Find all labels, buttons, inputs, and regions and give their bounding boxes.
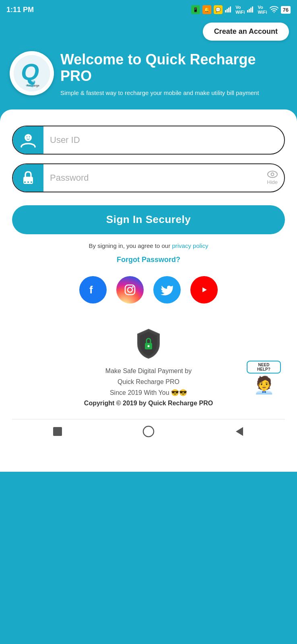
lock-icon: [13, 163, 43, 192]
svg-rect-5: [249, 9, 250, 12]
svg-rect-21: [31, 182, 32, 183]
footer-line1: Make Safe Digital Payment by: [24, 365, 273, 376]
top-action-area: Create an Account: [0, 19, 297, 47]
privacy-policy-link[interactable]: privacy policy: [172, 242, 208, 249]
svg-rect-1: [227, 9, 228, 12]
svg-text:f: f: [89, 284, 93, 296]
app-logo: Q uick Recharge: [10, 51, 54, 95]
footer-copyright: Copyright © 2019 by Quick Recharge PRO: [24, 400, 273, 407]
svg-point-8: [273, 12, 274, 12]
signal-icon: [225, 6, 233, 14]
toggle-password-button[interactable]: Hide: [267, 170, 284, 185]
create-account-button[interactable]: Create an Account: [203, 23, 289, 41]
hero-subtitle: Simple & fastest way to recharge your mo…: [60, 89, 287, 97]
facebook-button[interactable]: f: [79, 276, 107, 303]
shield-icon: [134, 328, 163, 360]
userid-input[interactable]: [43, 126, 284, 154]
password-input-group: Hide: [12, 163, 285, 192]
youtube-button[interactable]: [190, 276, 218, 303]
signal2-icon: [247, 6, 255, 14]
nav-square-button[interactable]: [51, 425, 64, 438]
need-help-widget[interactable]: NEEDHELP? 🧑‍💼: [247, 361, 281, 395]
bottom-nav: [12, 419, 285, 443]
sign-in-button[interactable]: Sign In Securely: [12, 205, 285, 234]
hero-title: Welcome to Quick Recharge PRO: [60, 51, 287, 85]
social-row: f: [12, 276, 285, 303]
hide-label: Hide: [267, 179, 278, 185]
svg-rect-20: [27, 182, 29, 183]
footer-line3: Since 2019 With You 😎😎: [24, 387, 273, 398]
twitter-button[interactable]: [153, 276, 181, 303]
vo-wifi-label: VoWiFi: [235, 5, 245, 14]
footer-line2: Quick Recharge PRO: [24, 376, 273, 387]
userid-input-group: [12, 126, 285, 155]
svg-point-33: [143, 426, 154, 437]
svg-point-31: [148, 345, 150, 347]
hero-text: Welcome to Quick Recharge PRO Simple & f…: [60, 51, 287, 97]
wifi-icon: [270, 6, 278, 14]
svg-rect-18: [23, 177, 33, 184]
status-icons: 📱 🔔 💬 VoWiFi VoWiFi 76: [191, 5, 291, 14]
nav-back-button[interactable]: [233, 425, 246, 438]
svg-rect-6: [250, 8, 252, 12]
status-time: 1:11 PM: [6, 6, 34, 14]
svg-rect-3: [230, 6, 231, 12]
svg-point-15: [25, 134, 31, 141]
password-input-wrapper: Hide: [12, 163, 285, 192]
whatsapp-icon: 📱: [191, 5, 200, 14]
status-bar: 1:11 PM 📱 🔔 💬 VoWiFi VoWiFi 76: [0, 0, 297, 19]
svg-point-23: [271, 173, 274, 176]
forgot-password-link[interactable]: Forgot Password?: [117, 256, 180, 264]
notification-icon: 🔔: [202, 5, 211, 14]
instagram-button[interactable]: [116, 276, 144, 303]
password-input[interactable]: [43, 164, 267, 192]
user-icon: [13, 126, 43, 155]
policy-text: By signing in, you agree to our privacy …: [12, 242, 285, 249]
svg-point-16: [27, 136, 27, 137]
login-card: Hide Sign In Securely By signing in, you…: [0, 109, 297, 472]
message-icon: 💬: [214, 5, 223, 14]
svg-text:uick: uick: [29, 80, 36, 83]
svg-marker-34: [236, 427, 243, 436]
svg-rect-2: [228, 8, 229, 12]
svg-rect-19: [24, 182, 26, 183]
nav-home-button[interactable]: [142, 425, 155, 438]
svg-rect-32: [53, 427, 62, 436]
svg-point-26: [128, 287, 132, 292]
svg-rect-7: [252, 6, 253, 12]
svg-point-27: [132, 286, 134, 288]
svg-rect-4: [247, 10, 248, 12]
userid-input-wrapper: [12, 126, 285, 155]
battery-icon: 76: [281, 6, 291, 14]
footer-section: Make Safe Digital Payment by Quick Recha…: [12, 320, 285, 419]
hero-section: Q uick Recharge Welcome to Quick Recharg…: [0, 47, 297, 109]
svg-rect-0: [225, 10, 226, 12]
forgot-password-section: Forgot Password?: [12, 256, 285, 264]
svg-point-17: [29, 136, 30, 137]
svg-point-22: [268, 171, 277, 178]
vo-wifi2-label: VoWiFi: [258, 5, 267, 14]
